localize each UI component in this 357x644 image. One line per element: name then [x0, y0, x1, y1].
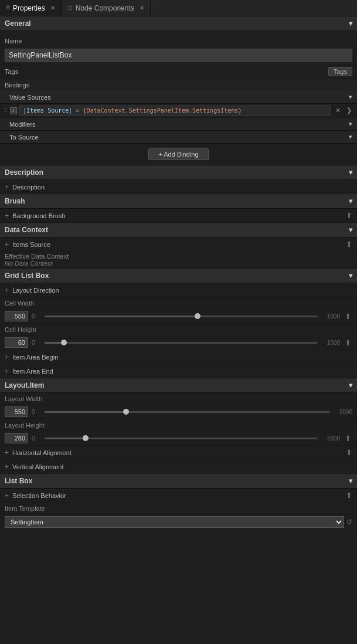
layout-width-slider-row: 0 2000 — [0, 405, 357, 419]
cell-width-label-row: Cell Width — [0, 297, 357, 309]
value-sources-header[interactable]: Value Sources ▾ — [0, 91, 357, 104]
binding-items-source: Items Source — [26, 107, 69, 114]
list-box-section-label: List Box — [5, 477, 32, 485]
binding-value: {DataContext.SettingsPanelItem.SettingsI… — [83, 107, 242, 114]
cell-height-input[interactable] — [5, 337, 28, 348]
background-brush-upload-button[interactable]: ⬆ — [346, 211, 352, 220]
item-template-select[interactable]: SettingItem — [5, 516, 344, 528]
item-template-reset-button[interactable]: ↺ — [346, 518, 352, 526]
layout-width-thumb[interactable] — [123, 409, 129, 415]
v-alignment-plus-icon[interactable]: + — [5, 463, 9, 471]
layout-width-label: Layout Width — [5, 395, 42, 402]
data-context-chevron-icon: ▾ — [349, 226, 352, 234]
brush-section-header[interactable]: Brush ▾ — [0, 194, 357, 209]
description-section-header[interactable]: Description ▾ — [0, 165, 357, 180]
item-area-begin-plus-icon[interactable]: + — [5, 353, 9, 361]
layout-item-chevron-icon: ▾ — [349, 381, 352, 389]
layout-direction-row: + Layout Direction — [0, 283, 357, 297]
item-area-begin-row: + Item Area Begin — [0, 350, 357, 364]
layout-direction-plus-icon[interactable]: + — [5, 286, 9, 294]
selection-behavior-upload-button[interactable]: ⬆ — [346, 491, 352, 500]
binding-delete-button[interactable]: ✕ — [334, 106, 342, 115]
value-sources-label: Value Sources — [9, 94, 51, 101]
cell-height-min: 0 — [32, 340, 41, 346]
tab-properties-close[interactable]: ✕ — [50, 5, 55, 11]
tags-button[interactable]: Tags — [328, 67, 352, 76]
data-context-section-header[interactable]: Data Context ▾ — [0, 223, 357, 238]
cell-width-input[interactable] — [5, 311, 28, 321]
h-alignment-label: Horizontal Alignment — [12, 449, 344, 456]
background-brush-plus-icon[interactable]: + — [5, 212, 9, 220]
h-alignment-plus-icon[interactable]: + — [5, 449, 9, 457]
list-box-section-header[interactable]: List Box ▾ — [0, 474, 357, 489]
cell-width-max: 1000 — [321, 313, 340, 320]
item-area-end-label: Item Area End — [12, 368, 352, 375]
properties-icon: ⠿ — [6, 5, 10, 11]
layout-width-max: 2000 — [334, 409, 352, 415]
item-template-label: Item Template — [5, 505, 45, 512]
description-plus-icon[interactable]: + — [5, 183, 9, 191]
item-template-dropdown-row: SettingItem ↺ — [0, 514, 357, 530]
layout-height-label-row: Layout Height — [0, 419, 357, 431]
tab-bar: ⠿ Properties ✕ ⬡ Node Components ✕ — [0, 0, 357, 16]
effective-data-context-row: Effective Data Context No Data Context — [0, 252, 357, 269]
cell-width-thumb[interactable] — [195, 313, 200, 319]
cell-height-fill — [45, 342, 61, 344]
layout-direction-label: Layout Direction — [12, 287, 352, 294]
layout-width-fill — [45, 411, 123, 413]
items-source-label: Items Source — [12, 241, 344, 248]
cell-height-label-row: Cell Height — [0, 324, 357, 335]
items-source-upload-button[interactable]: ⬆ — [346, 240, 352, 249]
bindings-label: Bindings — [0, 79, 357, 91]
brush-section-label: Brush — [5, 197, 25, 205]
layout-height-fill — [45, 438, 83, 439]
to-source-header[interactable]: To Source ▾ — [0, 131, 357, 144]
brush-chevron-icon: ▾ — [349, 197, 352, 205]
to-source-label: To Source — [9, 134, 39, 141]
add-binding-button[interactable]: + Add Binding — [148, 148, 208, 160]
cell-width-upload-button[interactable]: ⬆ — [344, 312, 352, 321]
layout-item-section-header[interactable]: Layout.Item ▾ — [0, 378, 357, 393]
cell-width-track[interactable] — [45, 316, 318, 317]
item-area-end-row: + Item Area End — [0, 364, 357, 378]
tab-node-components-label: Node Components — [76, 4, 134, 12]
general-section-label: General — [5, 19, 31, 28]
binding-row: ⠿ ✓ [Items Source] = {DataContext.Settin… — [0, 104, 357, 118]
binding-arrow-button[interactable]: ❯ — [345, 106, 353, 115]
drag-handle-icon[interactable]: ⠿ — [4, 107, 8, 114]
h-alignment-upload-button[interactable]: ⬆ — [346, 448, 352, 457]
modifiers-chevron-icon: ▾ — [349, 120, 352, 128]
cell-height-slider-row: 0 1000 ⬆ — [0, 335, 357, 350]
grid-list-box-section-header[interactable]: Grid List Box ▾ — [0, 269, 357, 283]
layout-height-input[interactable] — [5, 433, 28, 443]
tab-node-components-close[interactable]: ✕ — [140, 5, 144, 11]
description-prop-row: + Description — [0, 180, 357, 194]
layout-width-label-row: Layout Width — [0, 393, 357, 405]
item-area-end-plus-icon[interactable]: + — [5, 367, 9, 375]
selection-behavior-plus-icon[interactable]: + — [5, 492, 9, 500]
layout-height-max: 2000 — [321, 435, 340, 442]
selection-behavior-row: + Selection Behavior ⬆ — [0, 489, 357, 503]
modifiers-label: Modifiers — [9, 121, 36, 128]
tab-properties[interactable]: ⠿ Properties ✕ — [0, 0, 62, 16]
general-section-header[interactable]: General ▾ — [0, 16, 357, 31]
items-source-plus-icon[interactable]: + — [5, 240, 9, 249]
cell-height-track[interactable] — [45, 342, 318, 344]
layout-height-thumb[interactable] — [83, 435, 89, 441]
layout-height-upload-button[interactable]: ⬆ — [344, 434, 352, 443]
layout-height-label: Layout Height — [5, 422, 45, 429]
grid-list-box-chevron-icon: ▾ — [349, 272, 352, 280]
name-input[interactable] — [5, 49, 352, 62]
layout-width-input[interactable] — [5, 406, 28, 417]
tab-node-components[interactable]: ⬡ Node Components ✕ — [62, 0, 151, 16]
tags-row: Tags Tags — [0, 65, 357, 79]
background-brush-label: Background Brush — [12, 212, 344, 219]
cell-height-thumb[interactable] — [61, 340, 67, 345]
binding-checkbox[interactable]: ✓ — [10, 107, 17, 114]
modifiers-header[interactable]: Modifiers ▾ — [0, 118, 357, 131]
cell-height-upload-button[interactable]: ⬆ — [344, 338, 352, 347]
layout-height-track[interactable] — [45, 438, 318, 439]
v-alignment-row: + Vertical Alignment — [0, 460, 357, 474]
list-box-chevron-icon: ▾ — [349, 477, 352, 485]
layout-width-track[interactable] — [45, 411, 330, 413]
